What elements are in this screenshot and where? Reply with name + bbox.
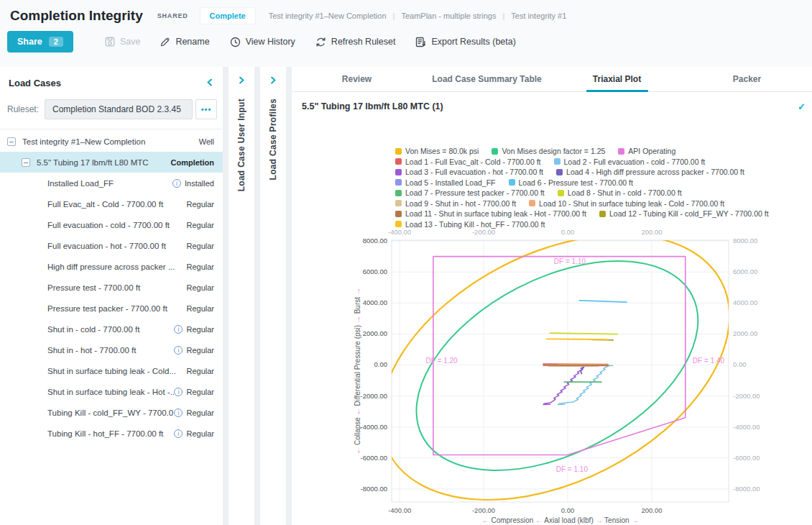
df-annotation: DF = 1.10: [556, 465, 589, 473]
rename-label: Rename: [175, 37, 209, 47]
refresh-button[interactable]: Refresh Ruleset: [315, 37, 396, 47]
legend-item[interactable]: Load 3 - Full evacuation - hot - 7700.00…: [395, 168, 543, 176]
load-case-row[interactable]: Pressure test packer - 7700.00 ftRegular: [0, 298, 223, 319]
series-load-2: [558, 365, 613, 404]
tag-text: Well: [199, 137, 214, 146]
load-case-type-tag: Regular: [186, 221, 214, 229]
breadcrumb-divider: |: [502, 12, 504, 20]
ruleset-options-button[interactable]: •••: [195, 99, 217, 119]
info-icon[interactable]: i: [174, 325, 183, 334]
load-case-type-tag: iRegular: [174, 388, 214, 396]
tag-text: Regular: [186, 242, 214, 250]
triaxial-plot-svg[interactable]: DF = 1.10DF = 1.20DF = 1.40DF = 1.10-400…: [352, 222, 783, 524]
share-button[interactable]: Share2: [7, 31, 73, 52]
expand-toggle-icon[interactable]: [22, 158, 30, 167]
status-badge[interactable]: Complete: [200, 7, 256, 24]
expand-toggle-icon[interactable]: [7, 137, 16, 146]
tab-triaxial-plot[interactable]: Triaxial Plot: [552, 67, 682, 91]
expand-panel-icon[interactable]: [270, 74, 277, 87]
load-case-row[interactable]: Installed Load_FFiInstalled: [0, 173, 223, 193]
breadcrumb-item[interactable]: Test integrity #1–New Completion: [269, 12, 387, 20]
load-case-row[interactable]: Shut in - hot - 7700.00 ftiRegular: [0, 339, 223, 360]
load-case-row[interactable]: Shut in surface tubing leak - Hot -...iR…: [0, 381, 223, 402]
chart-container: DF = 1.10DF = 1.20DF = 1.40DF = 1.10-400…: [352, 222, 783, 524]
legend-item[interactable]: Load 10 - Shut in surface tubing leak - …: [529, 199, 724, 208]
series-load-6: [579, 301, 626, 302]
svg-text:-4000.00: -4000.00: [360, 423, 387, 431]
history-button[interactable]: View History: [230, 37, 295, 47]
collapsed-panel-load-case-user-input: Load Case User Input: [229, 67, 254, 525]
save-button[interactable]: Save: [105, 37, 141, 47]
load-case-row[interactable]: Tubing Kill - cold_FF_WY - 7700.0...iReg…: [0, 402, 223, 423]
ruleset-select[interactable]: Completion Standard BOD 2.3.45: [45, 99, 193, 119]
load-case-type-tag: iRegular: [174, 325, 214, 334]
info-icon[interactable]: i: [172, 179, 181, 188]
breadcrumb-item[interactable]: TeamPlan - multiple strings: [401, 12, 496, 20]
load-case-row[interactable]: Shut in - cold - 7700.00 ftiRegular: [0, 319, 223, 339]
legend-item[interactable]: Load 1 - Full Evac_alt - Cold - 7700.00 …: [395, 158, 541, 166]
load-case-type-tag: Regular: [186, 304, 214, 313]
load-case-row[interactable]: Full evacuation - cold - 7700.00 ftRegul…: [0, 214, 223, 235]
legend-item[interactable]: Load 2 - Full evacuation - cold - 7700.0…: [554, 158, 706, 166]
svg-text:0.00: 0.00: [561, 506, 575, 514]
load-case-type-tag: Regular: [186, 200, 214, 209]
legend-item[interactable]: Load 4 - High diff pressure across packe…: [556, 168, 744, 176]
load-case-type-tag: iRegular: [174, 408, 214, 417]
rename-button[interactable]: Rename: [160, 37, 209, 47]
load-case-row[interactable]: Test integrity #1–New CompletionWell: [0, 131, 223, 152]
legend-item[interactable]: Von Mises design factor = 1.25: [492, 147, 605, 155]
svg-text:-6000.00: -6000.00: [733, 454, 760, 462]
info-icon[interactable]: i: [174, 429, 183, 438]
collapsed-panel-label: Load Case User Input: [236, 99, 246, 191]
tab-label: Load Case Summary Table: [432, 74, 542, 84]
tab-load-case-summary-table[interactable]: Load Case Summary Table: [422, 67, 552, 91]
svg-text:8000.00: 8000.00: [733, 237, 757, 245]
legend-item[interactable]: Load 12 - Tubing Kill - cold_FF_WY - 770…: [599, 209, 769, 218]
legend-item[interactable]: Load 9 - Shut in - hot - 7700.00 ft: [395, 199, 516, 208]
expand-panel-icon[interactable]: [239, 74, 245, 87]
svg-text:-6000.00: -6000.00: [360, 454, 387, 462]
load-case-label: Installed Load_FF: [47, 179, 172, 188]
svg-text:-8000.00: -8000.00: [733, 485, 760, 493]
load-case-type-tag: Regular: [186, 367, 214, 375]
info-icon[interactable]: i: [174, 346, 183, 355]
export-button[interactable]: Export Results (beta): [415, 37, 515, 47]
svg-text:2000.00: 2000.00: [363, 329, 387, 337]
legend-row: Load 5 - Installed Load_FFLoad 6 - Press…: [395, 178, 769, 187]
load-case-row[interactable]: High diff pressure across packer ...Regu…: [0, 256, 223, 277]
tab-packer[interactable]: Packer: [682, 67, 812, 91]
check-icon[interactable]: ✓: [798, 101, 806, 112]
svg-text:0.00: 0.00: [733, 360, 747, 368]
legend-item[interactable]: Load 11 - Shut in surface tubing leak - …: [395, 209, 586, 218]
header-top-row: Completion Integrity SHARED Complete Tes…: [0, 0, 812, 24]
load-case-row[interactable]: Tubing Kill - hot_FF - 7700.00 ftiRegula…: [0, 423, 223, 444]
collapse-panel-icon[interactable]: [206, 76, 213, 89]
legend-label: Load 12 - Tubing Kill - cold_FF_WY - 770…: [609, 209, 769, 218]
load-case-row[interactable]: 5.5" Tubing 17 lbm/ft L80 MTCCompletion: [0, 152, 223, 173]
load-case-row[interactable]: Pressure test - 7700.00 ftRegular: [0, 277, 223, 298]
legend-swatch: [395, 158, 402, 165]
load-case-label: Full evacuation - cold - 7700.00 ft: [47, 221, 186, 229]
load-case-row[interactable]: Full Evac_alt - Cold - 7700.00 ftRegular: [0, 193, 223, 214]
gridlines: [392, 240, 729, 502]
legend-item[interactable]: Load 6 - Pressure test - 7700.00 ft: [509, 178, 633, 187]
legend-item[interactable]: Load 5 - Installed Load_FF: [395, 178, 496, 187]
legend-label: Load 9 - Shut in - hot - 7700.00 ft: [405, 199, 516, 208]
tab-review[interactable]: Review: [292, 67, 422, 91]
save-icon: [105, 37, 115, 47]
envelope-api-operating: [433, 257, 686, 455]
info-icon[interactable]: i: [174, 388, 183, 396]
load-case-row[interactable]: Shut in surface tubing leak - Cold...Reg…: [0, 360, 223, 381]
legend-item[interactable]: API Operating: [618, 147, 675, 155]
load-case-row[interactable]: Full evacuation - hot - 7700.00 ftRegula…: [0, 235, 223, 256]
legend-item[interactable]: Load 7 - Pressure test packer - 7700.00 …: [395, 188, 545, 197]
legend-swatch: [395, 179, 402, 186]
legend-swatch: [395, 190, 402, 196]
breadcrumb-item[interactable]: Test integrity #1: [511, 12, 566, 20]
legend-item[interactable]: Von Mises = 80.0k psi: [395, 147, 479, 155]
legend-label: Load 1 - Full Evac_alt - Cold - 7700.00 …: [405, 158, 541, 166]
tag-text: Regular: [186, 304, 214, 313]
info-icon[interactable]: i: [174, 408, 183, 417]
legend-item[interactable]: Load 8 - Shut in - cold - 7700.00 ft: [558, 188, 682, 197]
svg-text:-400.00: -400.00: [388, 228, 411, 236]
